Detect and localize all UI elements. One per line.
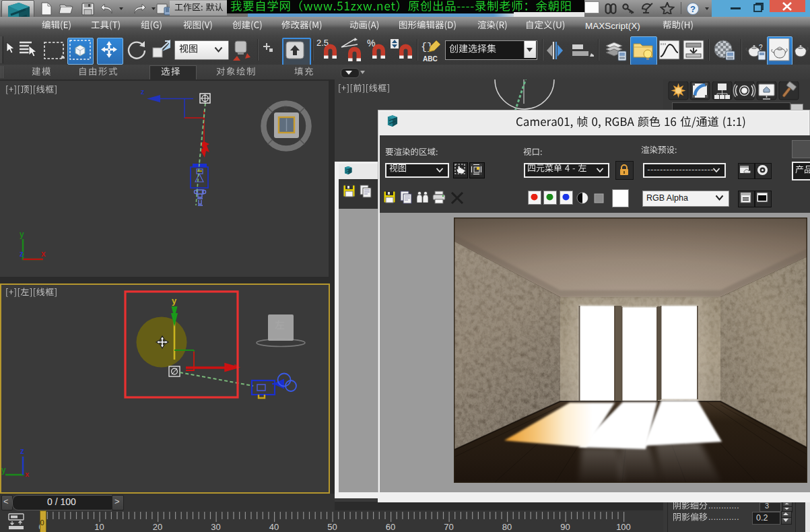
svg-text:?: ?: [759, 44, 763, 51]
svg-text:z: z: [20, 446, 24, 456]
svg-text:40: 40: [269, 522, 279, 532]
svg-text:y: y: [20, 230, 24, 239]
svg-text:90: 90: [560, 522, 570, 532]
svg-text:10: 10: [94, 522, 104, 532]
svg-text:z: z: [20, 249, 24, 259]
svg-text:70: 70: [444, 522, 453, 532]
svg-text:20: 20: [153, 522, 162, 532]
svg-text:y: y: [1, 465, 6, 475]
svg-text:100: 100: [616, 522, 631, 532]
svg-text:y: y: [172, 296, 177, 306]
svg-text:z: z: [141, 88, 145, 96]
svg-text:30: 30: [211, 522, 220, 532]
svg-text:?: ?: [690, 4, 696, 14]
svg-text:50: 50: [327, 522, 337, 532]
svg-text:北: 北: [282, 105, 288, 112]
svg-text:60: 60: [386, 522, 395, 532]
svg-text:ABC: ABC: [423, 55, 438, 63]
svg-text:x: x: [25, 470, 30, 478]
svg-text:x: x: [41, 249, 46, 259]
svg-text:80: 80: [502, 522, 512, 532]
